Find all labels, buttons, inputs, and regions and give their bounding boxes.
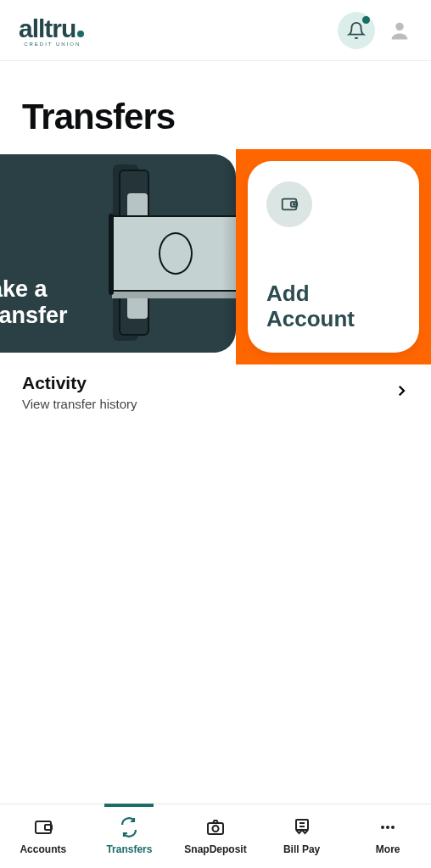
svg-point-3 bbox=[294, 203, 295, 205]
svg-point-12 bbox=[386, 826, 389, 829]
logo-dot-icon bbox=[77, 31, 84, 37]
wallet-icon bbox=[280, 195, 299, 214]
nav-transfers[interactable]: Transfers bbox=[87, 804, 173, 868]
nav-more[interactable]: More bbox=[344, 804, 431, 868]
nav-billpay[interactable]: Bill Pay bbox=[259, 804, 345, 868]
notifications-button[interactable] bbox=[338, 12, 375, 49]
activity-row[interactable]: Activity View transfer history bbox=[0, 373, 431, 411]
nav-accounts-label: Accounts bbox=[20, 843, 66, 855]
add-account-card[interactable]: Add Account bbox=[248, 161, 419, 353]
app-header: alltru CREDIT UNION bbox=[0, 0, 431, 61]
svg-rect-6 bbox=[208, 823, 223, 834]
chevron-right-icon bbox=[394, 383, 409, 402]
activity-subtitle: View transfer history bbox=[22, 397, 137, 411]
svg-point-7 bbox=[212, 826, 218, 832]
bottom-nav: Accounts Transfers SnapDeposit Bill Pay … bbox=[0, 804, 431, 868]
page-title: Transfers bbox=[0, 61, 431, 149]
svg-point-13 bbox=[391, 826, 395, 829]
brand-logo: alltru CREDIT UNION bbox=[19, 14, 84, 47]
profile-button[interactable] bbox=[387, 18, 412, 43]
nav-snapdeposit[interactable]: SnapDeposit bbox=[172, 804, 259, 868]
notification-badge bbox=[362, 16, 370, 24]
accounts-icon bbox=[33, 817, 53, 840]
svg-point-11 bbox=[381, 826, 384, 829]
make-transfer-card[interactable]: ake aransfer bbox=[0, 154, 236, 353]
cards-row: ake aransfer Add Account bbox=[0, 149, 431, 359]
svg-rect-8 bbox=[296, 820, 308, 830]
more-icon bbox=[378, 817, 398, 840]
camera-icon bbox=[205, 817, 226, 840]
add-account-icon-wrap bbox=[266, 181, 312, 227]
make-transfer-label: ake aransfer bbox=[0, 276, 68, 353]
svg-rect-4 bbox=[36, 821, 51, 833]
billpay-icon bbox=[292, 817, 312, 840]
nav-accounts[interactable]: Accounts bbox=[0, 804, 87, 868]
profile-icon bbox=[388, 19, 411, 42]
brand-name: alltru bbox=[19, 14, 84, 43]
add-account-label: Add Account bbox=[266, 281, 400, 332]
transfers-icon bbox=[119, 817, 139, 840]
highlight-frame: Add Account bbox=[236, 149, 431, 364]
activity-title: Activity bbox=[22, 373, 137, 393]
svg-point-0 bbox=[395, 22, 403, 30]
nav-billpay-label: Bill Pay bbox=[283, 843, 320, 855]
nav-transfers-label: Transfers bbox=[106, 843, 152, 855]
bell-icon bbox=[347, 21, 366, 40]
nav-snapdeposit-label: SnapDeposit bbox=[184, 843, 246, 855]
nav-more-label: More bbox=[376, 843, 400, 855]
